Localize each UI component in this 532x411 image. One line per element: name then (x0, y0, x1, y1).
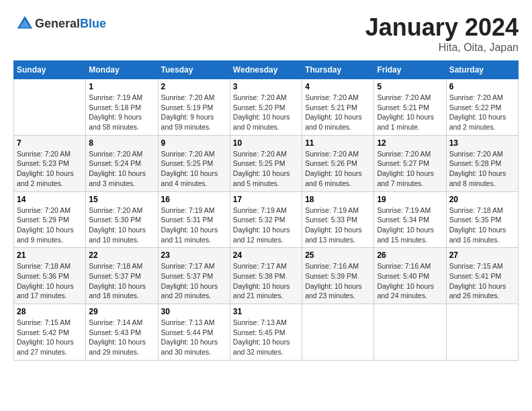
day-info: Sunrise: 7:15 AM Sunset: 5:42 PM Dayligh… (17, 318, 83, 357)
calendar-cell (374, 304, 446, 361)
week-row-5: 28Sunrise: 7:15 AM Sunset: 5:42 PM Dayli… (14, 304, 519, 361)
calendar-cell: 26Sunrise: 7:16 AM Sunset: 5:40 PM Dayli… (374, 248, 446, 304)
calendar-cell: 6Sunrise: 7:20 AM Sunset: 5:22 PM Daylig… (446, 79, 518, 136)
day-info: Sunrise: 7:20 AM Sunset: 5:24 PM Dayligh… (89, 149, 154, 189)
day-number: 17 (233, 195, 299, 204)
day-info: Sunrise: 7:17 AM Sunset: 5:37 PM Dayligh… (161, 261, 227, 301)
day-info: Sunrise: 7:19 AM Sunset: 5:34 PM Dayligh… (377, 205, 443, 245)
day-info: Sunrise: 7:13 AM Sunset: 5:45 PM Dayligh… (233, 318, 299, 357)
day-info: Sunrise: 7:20 AM Sunset: 5:25 PM Dayligh… (161, 149, 227, 189)
calendar-cell: 4Sunrise: 7:20 AM Sunset: 5:21 PM Daylig… (302, 79, 374, 136)
day-number: 5 (377, 82, 443, 91)
day-info: Sunrise: 7:20 AM Sunset: 5:21 PM Dayligh… (377, 93, 443, 132)
week-row-3: 14Sunrise: 7:20 AM Sunset: 5:29 PM Dayli… (14, 191, 519, 248)
calendar-cell: 18Sunrise: 7:19 AM Sunset: 5:33 PM Dayli… (302, 191, 374, 248)
day-info: Sunrise: 7:17 AM Sunset: 5:38 PM Dayligh… (233, 261, 299, 301)
title-section: January 2024 Hita, Oita, Japan (365, 13, 519, 54)
day-number: 16 (161, 195, 227, 204)
day-number: 19 (377, 195, 443, 204)
day-info: Sunrise: 7:20 AM Sunset: 5:29 PM Dayligh… (17, 205, 83, 245)
day-number: 2 (161, 82, 227, 91)
calendar-cell: 16Sunrise: 7:19 AM Sunset: 5:31 PM Dayli… (158, 191, 230, 248)
calendar-cell: 3Sunrise: 7:20 AM Sunset: 5:20 PM Daylig… (230, 79, 302, 136)
day-number: 13 (449, 138, 515, 148)
day-number: 27 (449, 250, 515, 260)
day-info: Sunrise: 7:20 AM Sunset: 5:20 PM Dayligh… (233, 93, 299, 132)
calendar-cell: 13Sunrise: 7:20 AM Sunset: 5:28 PM Dayli… (446, 135, 518, 191)
day-info: Sunrise: 7:20 AM Sunset: 5:23 PM Dayligh… (17, 149, 83, 189)
day-number: 21 (17, 250, 83, 260)
day-info: Sunrise: 7:16 AM Sunset: 5:39 PM Dayligh… (305, 261, 371, 301)
day-number: 28 (17, 307, 83, 316)
calendar-cell (446, 304, 518, 361)
calendar-subtitle: Hita, Oita, Japan (365, 42, 519, 54)
day-number: 20 (449, 195, 515, 204)
day-info: Sunrise: 7:13 AM Sunset: 5:44 PM Dayligh… (161, 318, 227, 357)
day-number: 22 (89, 250, 154, 260)
day-number: 11 (305, 138, 371, 148)
calendar-cell: 29Sunrise: 7:14 AM Sunset: 5:43 PM Dayli… (86, 304, 158, 361)
day-number: 29 (89, 307, 154, 316)
day-info: Sunrise: 7:19 AM Sunset: 5:18 PM Dayligh… (89, 93, 154, 132)
day-info: Sunrise: 7:18 AM Sunset: 5:37 PM Dayligh… (89, 261, 154, 301)
day-number: 30 (161, 307, 227, 316)
day-info: Sunrise: 7:18 AM Sunset: 5:35 PM Dayligh… (449, 205, 515, 245)
header: GeneralBlue January 2024 Hita, Oita, Jap… (13, 13, 519, 54)
day-number: 25 (305, 250, 371, 260)
calendar-cell: 25Sunrise: 7:16 AM Sunset: 5:39 PM Dayli… (302, 248, 374, 304)
calendar-body: 1Sunrise: 7:19 AM Sunset: 5:18 PM Daylig… (14, 79, 519, 361)
calendar-cell: 8Sunrise: 7:20 AM Sunset: 5:24 PM Daylig… (86, 135, 158, 191)
calendar-cell: 30Sunrise: 7:13 AM Sunset: 5:44 PM Dayli… (158, 304, 230, 361)
day-info: Sunrise: 7:19 AM Sunset: 5:33 PM Dayligh… (305, 205, 371, 245)
calendar-table: SundayMondayTuesdayWednesdayThursdayFrid… (13, 60, 519, 361)
day-info: Sunrise: 7:14 AM Sunset: 5:43 PM Dayligh… (89, 318, 154, 357)
day-header-friday: Friday (374, 61, 446, 79)
day-info: Sunrise: 7:20 AM Sunset: 5:26 PM Dayligh… (305, 149, 371, 189)
calendar-cell: 27Sunrise: 7:15 AM Sunset: 5:41 PM Dayli… (446, 248, 518, 304)
day-number: 9 (161, 138, 227, 148)
day-info: Sunrise: 7:20 AM Sunset: 5:28 PM Dayligh… (449, 149, 515, 189)
day-number: 7 (17, 138, 83, 148)
calendar-cell: 28Sunrise: 7:15 AM Sunset: 5:42 PM Dayli… (14, 304, 86, 361)
calendar-cell: 17Sunrise: 7:19 AM Sunset: 5:32 PM Dayli… (230, 191, 302, 248)
day-number: 14 (17, 195, 83, 204)
calendar-cell: 14Sunrise: 7:20 AM Sunset: 5:29 PM Dayli… (14, 191, 86, 248)
day-info: Sunrise: 7:18 AM Sunset: 5:36 PM Dayligh… (17, 261, 83, 301)
day-number: 3 (233, 82, 299, 91)
calendar-cell: 22Sunrise: 7:18 AM Sunset: 5:37 PM Dayli… (86, 248, 158, 304)
day-number: 31 (233, 307, 299, 316)
day-number: 26 (377, 250, 443, 260)
day-header-monday: Monday (86, 61, 158, 79)
calendar-cell: 15Sunrise: 7:20 AM Sunset: 5:30 PM Dayli… (86, 191, 158, 248)
calendar-cell: 9Sunrise: 7:20 AM Sunset: 5:25 PM Daylig… (158, 135, 230, 191)
day-info: Sunrise: 7:20 AM Sunset: 5:27 PM Dayligh… (377, 149, 443, 189)
day-number: 24 (233, 250, 299, 260)
calendar-cell: 31Sunrise: 7:13 AM Sunset: 5:45 PM Dayli… (230, 304, 302, 361)
day-header-sunday: Sunday (14, 61, 86, 79)
day-info: Sunrise: 7:15 AM Sunset: 5:41 PM Dayligh… (449, 261, 515, 301)
day-info: Sunrise: 7:19 AM Sunset: 5:32 PM Dayligh… (233, 205, 299, 245)
day-info: Sunrise: 7:16 AM Sunset: 5:40 PM Dayligh… (377, 261, 443, 301)
calendar-cell: 12Sunrise: 7:20 AM Sunset: 5:27 PM Dayli… (374, 135, 446, 191)
day-number: 1 (89, 82, 154, 91)
day-info: Sunrise: 7:20 AM Sunset: 5:19 PM Dayligh… (161, 93, 227, 132)
week-row-4: 21Sunrise: 7:18 AM Sunset: 5:36 PM Dayli… (14, 248, 519, 304)
calendar-cell (302, 304, 374, 361)
day-info: Sunrise: 7:20 AM Sunset: 5:22 PM Dayligh… (449, 93, 515, 132)
calendar-cell: 10Sunrise: 7:20 AM Sunset: 5:25 PM Dayli… (230, 135, 302, 191)
day-number: 12 (377, 138, 443, 148)
logo-text: GeneralBlue (35, 17, 106, 31)
day-number: 4 (305, 82, 371, 91)
calendar-cell: 2Sunrise: 7:20 AM Sunset: 5:19 PM Daylig… (158, 79, 230, 136)
day-header-thursday: Thursday (302, 61, 374, 79)
week-row-2: 7Sunrise: 7:20 AM Sunset: 5:23 PM Daylig… (14, 135, 519, 191)
day-number: 6 (449, 82, 515, 91)
calendar-cell: 1Sunrise: 7:19 AM Sunset: 5:18 PM Daylig… (86, 79, 158, 136)
logo-icon (15, 13, 35, 34)
day-number: 8 (89, 138, 154, 148)
page-container: GeneralBlue January 2024 Hita, Oita, Jap… (13, 13, 519, 361)
calendar-cell: 20Sunrise: 7:18 AM Sunset: 5:35 PM Dayli… (446, 191, 518, 248)
day-header-tuesday: Tuesday (158, 61, 230, 79)
day-number: 23 (161, 250, 227, 260)
day-header-saturday: Saturday (446, 61, 518, 79)
